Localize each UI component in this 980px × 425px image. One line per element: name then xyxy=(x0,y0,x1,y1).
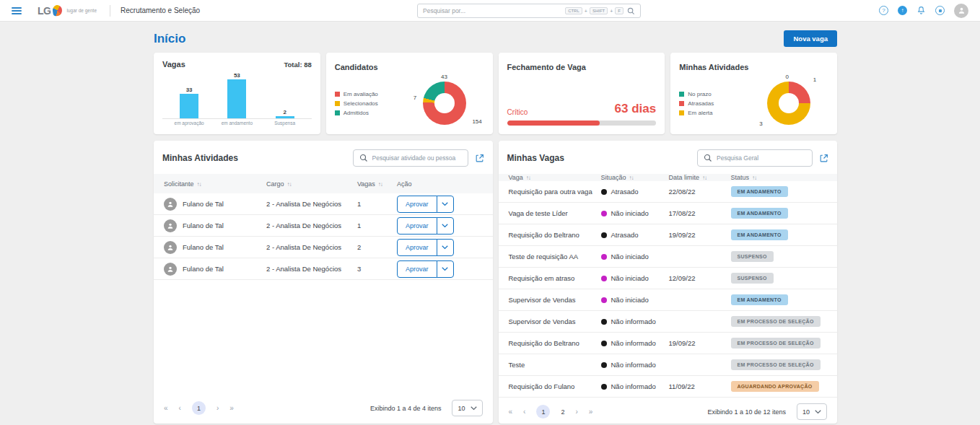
vacancies-panel: Minhas Vagas Vaga↑↓Situação↑↓Data limite… xyxy=(499,141,838,424)
page-number[interactable]: 2 xyxy=(561,408,564,416)
shortcut-key: F xyxy=(615,7,624,14)
column-header[interactable]: Status↑↓ xyxy=(731,174,828,181)
sort-icon[interactable]: ↑↓ xyxy=(378,181,382,188)
approve-button[interactable]: Aprovar xyxy=(397,260,437,278)
first-page-button[interactable]: « xyxy=(509,408,513,416)
sort-icon[interactable]: ↑↓ xyxy=(197,181,201,188)
page-number[interactable]: 1 xyxy=(536,405,550,419)
vacancies-count-cell: 2 xyxy=(357,243,397,251)
table-row: Requisição do BeltranoAtrasado19/09/22EM… xyxy=(499,224,838,246)
approve-button[interactable]: Aprovar xyxy=(397,217,437,235)
global-search[interactable]: CTRL+SHIFT+F xyxy=(417,4,641,18)
column-header[interactable]: Data limite↑↓ xyxy=(669,174,731,181)
status-cell: EM ANDAMENTO xyxy=(731,186,828,197)
deadline-cell: 12/09/22 xyxy=(669,274,731,282)
person-icon xyxy=(167,244,174,251)
vacancies-search-input[interactable] xyxy=(717,154,806,162)
approve-dropdown-button[interactable] xyxy=(437,260,454,278)
status-badge: EM ANDAMENTO xyxy=(731,229,788,240)
approve-button[interactable]: Aprovar xyxy=(397,239,437,256)
notifications-bell-icon[interactable] xyxy=(916,6,926,15)
pagination-info: Exibindo 1 a 10 de 12 itens xyxy=(707,408,786,416)
column-header[interactable]: Situação↑↓ xyxy=(601,174,669,181)
user-avatar[interactable] xyxy=(954,4,968,18)
person-icon xyxy=(167,266,174,273)
avatar xyxy=(164,263,177,276)
search-icon[interactable] xyxy=(627,7,635,15)
vagas-bar-labels: em aprovaçãoem andamentoSuspensa xyxy=(162,119,312,126)
status-cell: SUSPENSO xyxy=(731,273,828,284)
status-dot xyxy=(601,211,607,216)
legend-item: Em alerta xyxy=(679,110,745,116)
shortcut-plus: + xyxy=(585,9,587,14)
topbar-icons: ? ↑ xyxy=(879,4,968,18)
donut-value-label: 3 xyxy=(759,121,762,127)
table-row: Fulano de Tal2 - Analista De Negócios1Ap… xyxy=(154,215,493,237)
status-dot xyxy=(601,362,607,368)
requester-cell: Fulano de Tal xyxy=(164,198,266,211)
status-dot xyxy=(601,276,607,281)
approve-split-button: Aprovar xyxy=(397,260,454,278)
activities-export-icon[interactable] xyxy=(475,154,484,163)
approve-dropdown-button[interactable] xyxy=(437,239,454,256)
legend-label: Atrasadas xyxy=(688,100,714,107)
next-page-button[interactable]: › xyxy=(575,408,577,416)
bar-category-label: em aprovação xyxy=(165,121,213,126)
activities-search-input[interactable] xyxy=(372,154,462,162)
last-page-button[interactable]: » xyxy=(229,404,234,412)
card-fechamento: Fechamento de Vaga Crítico 63 dias xyxy=(499,53,665,134)
sort-icon[interactable]: ↑↓ xyxy=(702,175,706,181)
approve-button[interactable]: Aprovar xyxy=(397,196,437,213)
bar xyxy=(180,94,198,118)
sort-icon[interactable]: ↑↓ xyxy=(526,175,530,181)
target-icon[interactable] xyxy=(935,6,945,15)
bar-value-label: 33 xyxy=(186,87,193,93)
donut-value-label: 0 xyxy=(785,74,788,80)
next-page-button[interactable]: › xyxy=(216,404,219,412)
column-label: Data limite xyxy=(669,174,700,181)
column-header: Ação xyxy=(397,180,483,188)
sort-icon[interactable]: ↑↓ xyxy=(287,181,292,188)
situation-label: Atrasado xyxy=(611,231,639,239)
page-header: Início Nova vaga xyxy=(154,30,837,47)
situation-label: Não iniciado xyxy=(611,274,649,282)
last-page-button[interactable]: » xyxy=(589,408,593,416)
status-badge: AGUARDANDO APROVAÇÃO xyxy=(731,381,819,392)
column-header[interactable]: Cargo↑↓ xyxy=(266,180,357,188)
new-vacancy-button[interactable]: Nova vaga xyxy=(784,30,837,47)
vacancies-search[interactable] xyxy=(697,149,813,167)
vacancies-count-cell: 1 xyxy=(357,222,397,229)
page-number[interactable]: 1 xyxy=(192,401,206,415)
page-size-select[interactable]: 10 xyxy=(797,403,827,420)
closing-progress-fill xyxy=(507,121,600,126)
sort-icon[interactable]: ↑↓ xyxy=(629,175,634,181)
help-icon[interactable]: ? xyxy=(879,6,888,15)
requester-name: Fulano de Tal xyxy=(183,200,224,208)
approve-dropdown-button[interactable] xyxy=(437,196,454,213)
prev-page-button[interactable]: ‹ xyxy=(523,408,525,416)
first-page-button[interactable]: « xyxy=(164,404,168,412)
column-header[interactable]: Vaga↑↓ xyxy=(509,174,601,181)
column-header[interactable]: Solicitante↑↓ xyxy=(164,180,266,188)
arrow-up-circle-icon[interactable]: ↑ xyxy=(898,6,907,15)
status-cell: EM PROCESSO DE SELEÇÃO xyxy=(731,338,828,349)
activities-search[interactable] xyxy=(353,149,468,167)
action-cell: Aprovar xyxy=(397,217,483,235)
sort-icon[interactable]: ↑↓ xyxy=(752,175,756,181)
global-search-input[interactable] xyxy=(423,7,561,14)
atividades-legend: No prazoAtrasadasEm alerta xyxy=(679,91,745,116)
menu-icon[interactable] xyxy=(12,7,22,14)
card-vagas-title: Vagas xyxy=(162,60,185,69)
legend-swatch xyxy=(335,92,340,97)
summary-cards: Vagas Total: 88 33532 em aprovaçãoem and… xyxy=(154,53,837,134)
page-title: Início xyxy=(154,32,185,46)
vacancies-export-icon[interactable] xyxy=(819,154,828,163)
status-badge: EM ANDAMENTO xyxy=(731,208,788,219)
column-label: Vaga xyxy=(509,174,523,181)
column-header[interactable]: Vagas↑↓ xyxy=(357,180,397,188)
approve-dropdown-button[interactable] xyxy=(437,217,454,235)
prev-page-button[interactable]: ‹ xyxy=(179,404,181,412)
page-size-select[interactable]: 10 xyxy=(452,400,482,416)
legend-label: No prazo xyxy=(688,91,711,97)
vagas-bar-chart: 33532 xyxy=(162,73,312,119)
